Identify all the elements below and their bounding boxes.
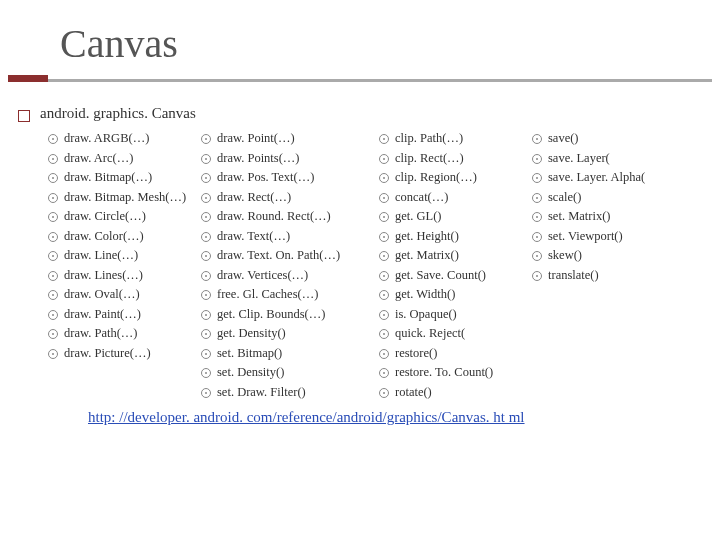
bullet-icon xyxy=(201,349,211,359)
bullet-icon xyxy=(532,193,542,203)
method-name: draw. Bitmap(…) xyxy=(64,169,152,187)
list-item: get. Clip. Bounds(…) xyxy=(201,306,371,324)
method-name: clip. Path(…) xyxy=(395,130,463,148)
list-item: draw. Arc(…) xyxy=(48,150,193,168)
bullet-icon xyxy=(201,310,211,320)
bullet-icon xyxy=(201,290,211,300)
bullet-icon xyxy=(379,329,389,339)
list-item: set. Draw. Filter() xyxy=(201,384,371,402)
list-item: draw. Rect(…) xyxy=(201,189,371,207)
method-name: get. Save. Count() xyxy=(395,267,486,285)
list-item: draw. Paint(…) xyxy=(48,306,193,324)
list-item: get. Matrix() xyxy=(379,247,524,265)
accent-bar xyxy=(8,75,48,82)
list-item: scale() xyxy=(532,189,652,207)
method-name: save. Layer( xyxy=(548,150,610,168)
list-item: draw. Text. On. Path(…) xyxy=(201,247,371,265)
bullet-icon xyxy=(379,232,389,242)
method-name: draw. Picture(…) xyxy=(64,345,151,363)
method-name: draw. Color(…) xyxy=(64,228,144,246)
bullet-icon xyxy=(379,310,389,320)
method-name: draw. Text. On. Path(…) xyxy=(217,247,340,265)
bullet-icon xyxy=(48,290,58,300)
method-name: quick. Reject( xyxy=(395,325,465,343)
method-columns: draw. ARGB(…)draw. Arc(…)draw. Bitmap(…)… xyxy=(18,130,700,401)
method-name: get. Matrix() xyxy=(395,247,459,265)
list-item: concat(…) xyxy=(379,189,524,207)
list-item: draw. Point(…) xyxy=(201,130,371,148)
method-name: save() xyxy=(548,130,579,148)
slide: Canvas android. graphics. Canvas draw. A… xyxy=(0,0,720,540)
method-name: concat(…) xyxy=(395,189,448,207)
horizontal-rule xyxy=(48,79,712,82)
bullet-icon xyxy=(379,349,389,359)
method-name: set. Density() xyxy=(217,364,284,382)
method-name: draw. Line(…) xyxy=(64,247,138,265)
method-name: translate() xyxy=(548,267,599,285)
bullet-icon xyxy=(532,154,542,164)
bullet-icon xyxy=(379,290,389,300)
method-name: clip. Rect(…) xyxy=(395,150,464,168)
method-name: scale() xyxy=(548,189,581,207)
column-3: clip. Path(…)clip. Rect(…)clip. Region(…… xyxy=(379,130,524,401)
method-name: get. Clip. Bounds(…) xyxy=(217,306,325,324)
bullet-icon xyxy=(48,349,58,359)
list-item: clip. Path(…) xyxy=(379,130,524,148)
bullet-icon xyxy=(48,329,58,339)
bullet-icon xyxy=(48,232,58,242)
method-name: draw. Points(…) xyxy=(217,150,300,168)
bullet-icon xyxy=(48,212,58,222)
bullet-icon xyxy=(201,251,211,261)
list-item: save. Layer. Alpha( xyxy=(532,169,652,187)
list-item: get. Density() xyxy=(201,325,371,343)
bullet-icon xyxy=(379,368,389,378)
list-item: save() xyxy=(532,130,652,148)
method-name: get. Width() xyxy=(395,286,455,304)
list-item: draw. ARGB(…) xyxy=(48,130,193,148)
list-item: draw. Bitmap(…) xyxy=(48,169,193,187)
column-1: draw. ARGB(…)draw. Arc(…)draw. Bitmap(…)… xyxy=(48,130,193,401)
bullet-icon xyxy=(201,212,211,222)
heading-text: android. graphics. Canvas xyxy=(40,105,196,122)
list-item: skew() xyxy=(532,247,652,265)
bullet-icon xyxy=(201,388,211,398)
list-item: set. Bitmap() xyxy=(201,345,371,363)
method-name: draw. ARGB(…) xyxy=(64,130,149,148)
list-item: draw. Circle(…) xyxy=(48,208,193,226)
method-name: clip. Region(…) xyxy=(395,169,477,187)
list-item: draw. Points(…) xyxy=(201,150,371,168)
bullet-icon xyxy=(532,173,542,183)
list-item: draw. Vertices(…) xyxy=(201,267,371,285)
method-name: restore. To. Count() xyxy=(395,364,493,382)
method-name: draw. Oval(…) xyxy=(64,286,140,304)
column-2: draw. Point(…)draw. Points(…)draw. Pos. … xyxy=(201,130,371,401)
list-item: clip. Region(…) xyxy=(379,169,524,187)
list-item: restore. To. Count() xyxy=(379,364,524,382)
list-item: free. Gl. Caches(…) xyxy=(201,286,371,304)
method-name: draw. Rect(…) xyxy=(217,189,291,207)
method-name: set. Draw. Filter() xyxy=(217,384,306,402)
list-item: draw. Line(…) xyxy=(48,247,193,265)
bullet-icon xyxy=(201,154,211,164)
bullet-icon xyxy=(379,193,389,203)
list-item: draw. Bitmap. Mesh(…) xyxy=(48,189,193,207)
method-name: draw. Vertices(…) xyxy=(217,267,308,285)
method-name: draw. Circle(…) xyxy=(64,208,146,226)
list-item: draw. Pos. Text(…) xyxy=(201,169,371,187)
content-area: android. graphics. Canvas draw. ARGB(…)d… xyxy=(0,85,720,426)
method-name: draw. Bitmap. Mesh(…) xyxy=(64,189,186,207)
list-item: draw. Lines(…) xyxy=(48,267,193,285)
list-item: get. Width() xyxy=(379,286,524,304)
method-name: draw. Lines(…) xyxy=(64,267,143,285)
bullet-icon xyxy=(201,271,211,281)
list-item: rotate() xyxy=(379,384,524,402)
method-name: rotate() xyxy=(395,384,432,402)
method-name: set. Viewport() xyxy=(548,228,623,246)
bullet-icon xyxy=(379,271,389,281)
list-item: translate() xyxy=(532,267,652,285)
reference-link[interactable]: http: //developer. android. com/referenc… xyxy=(18,401,678,426)
method-name: draw. Arc(…) xyxy=(64,150,133,168)
column-4: save()save. Layer(save. Layer. Alpha(sca… xyxy=(532,130,652,401)
bullet-icon xyxy=(201,173,211,183)
bullet-icon xyxy=(48,193,58,203)
